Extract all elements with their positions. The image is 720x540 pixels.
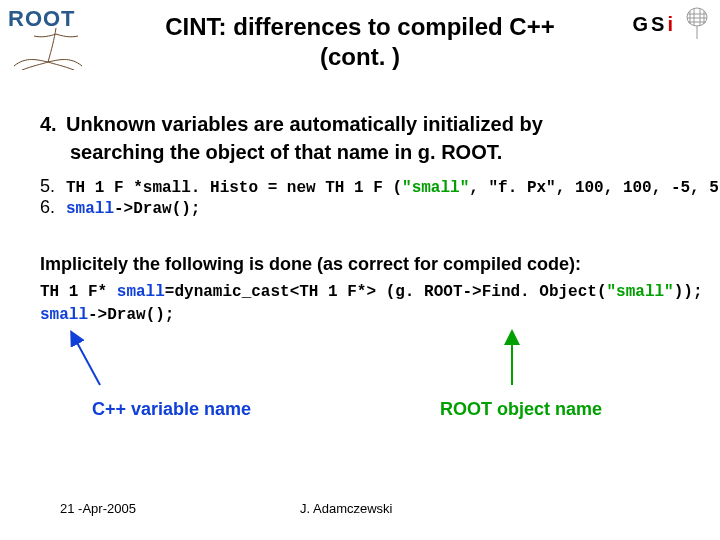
cast-var: small xyxy=(117,283,165,301)
implicit-heading: Implicitely the following is done (as co… xyxy=(40,254,700,275)
slide-body: 4.Unknown variables are automatically in… xyxy=(40,110,700,399)
bullet-4-text-1: Unknown variables are automatically init… xyxy=(66,113,543,135)
slide-title: CINT: differences to compiled C++ (cont.… xyxy=(0,12,720,72)
annotation-arrows xyxy=(40,329,700,399)
code-line-6: 6.small->Draw(); xyxy=(40,197,700,218)
code-6-var: small xyxy=(66,200,114,218)
draw-line: small->Draw(); xyxy=(40,304,700,327)
title-line-2: (cont. ) xyxy=(0,42,720,72)
footer-date: 21 -Apr-2005 xyxy=(60,501,136,516)
code-5-part3: , "f. Px", 100, 100, -5, 5); xyxy=(469,179,720,197)
code-6-number: 6. xyxy=(40,197,66,218)
footer-author: J. Adamczewski xyxy=(300,501,392,516)
bullet-4: 4.Unknown variables are automatically in… xyxy=(40,110,700,166)
cast-p1: TH 1 F* xyxy=(40,283,117,301)
cast-p3: =dynamic_cast<TH 1 F*> (g. ROOT->Find. O… xyxy=(165,283,607,301)
label-root-object: ROOT object name xyxy=(440,399,602,420)
code-5-part1: TH 1 F *small. Histo = new TH 1 F ( xyxy=(66,179,402,197)
draw-var: small xyxy=(40,306,88,324)
bullet-4-text-2: searching the object of that name in g. … xyxy=(70,138,700,166)
code-5-literal: "small" xyxy=(402,179,469,197)
code-5-number: 5. xyxy=(40,176,66,197)
cast-line: TH 1 F* small=dynamic_cast<TH 1 F*> (g. … xyxy=(40,281,700,304)
code-line-5: 5.TH 1 F *small. Histo = new TH 1 F ("sm… xyxy=(40,176,700,197)
draw-p2: ->Draw(); xyxy=(88,306,174,324)
cast-p5: )); xyxy=(674,283,703,301)
title-line-1: CINT: differences to compiled C++ xyxy=(0,12,720,42)
cast-literal: "small" xyxy=(607,283,674,301)
bullet-4-number: 4. xyxy=(40,110,66,138)
label-cpp-variable: C++ variable name xyxy=(92,399,251,420)
arrow-cpp-variable xyxy=(74,337,100,385)
code-6-part2: ->Draw(); xyxy=(114,200,200,218)
